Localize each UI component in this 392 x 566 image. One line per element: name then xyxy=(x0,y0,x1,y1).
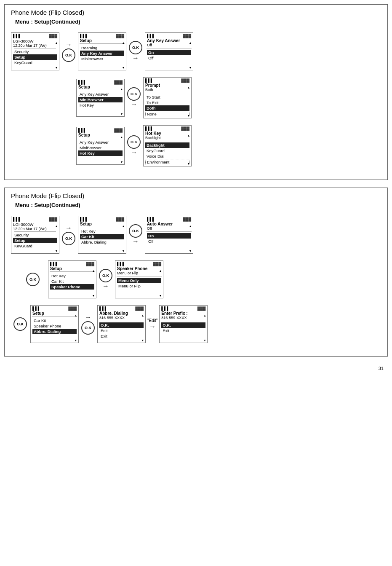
phone-result-s2r2: ▌▌▌ ▓▓▓ Speaker Phone Menu or Flip Menu … xyxy=(115,260,163,298)
menu-off-s2r1: Off xyxy=(147,239,191,244)
menu-both: Both xyxy=(145,105,189,111)
signal-icon: ▌▌▌ xyxy=(78,80,86,84)
phone-title-hotkey: Hot Key xyxy=(144,131,191,136)
phone-sub-speakerphone: Menu or Flip xyxy=(115,271,163,276)
battery-icon: ▓▓▓ xyxy=(49,217,57,221)
ok-button-s1r1[interactable]: O.K xyxy=(62,48,75,62)
scroll-down-icon: ▼ xyxy=(75,339,77,342)
arrow-icon2: → xyxy=(132,238,139,245)
phone-result-s1r2: ▌▌▌ ▓▓▓ Prompt Both To Start To Exit Bot… xyxy=(143,77,192,118)
scroll-up-icon: ▲ xyxy=(120,88,123,91)
arrow-icon-r3: → xyxy=(131,149,137,156)
phone-sub-akr: Off xyxy=(145,43,193,48)
scroll-down-icon: ▼ xyxy=(141,339,144,342)
ok-button2-s1r1[interactable]: O.K xyxy=(129,41,142,54)
battery-icon: ▓▓▓ xyxy=(135,306,144,311)
battery-icon: ▓▓▓ xyxy=(114,128,123,132)
battery-icon: ▓▓▓ xyxy=(49,34,57,38)
ok2-s2r3: → O.K xyxy=(81,314,95,335)
menu-hotkey-s2r2: Hot Key xyxy=(50,273,94,279)
arrow-icon-r3a: → xyxy=(85,314,91,321)
phone-title-setup1: Setup xyxy=(78,38,126,43)
phone-initial-s1: ▌▌▌ ▓▓▓ LGI-3000W 12:20p Mar 17 (We) Sec… xyxy=(11,32,59,70)
scroll-down-icon: ▼ xyxy=(187,162,190,165)
scroll-up-icon: ▲ xyxy=(55,225,58,228)
scroll-up-icon: ▲ xyxy=(159,269,162,272)
signal-icon: ▌▌▌ xyxy=(78,128,86,132)
section2: Phone Mode (Flip Closed) Menu : Setup(Co… xyxy=(4,188,388,357)
menu-exit-abbre: Exit xyxy=(99,333,144,339)
scroll-down-icon: ▼ xyxy=(120,161,123,164)
phone-setup-s2r2: ▌▌▌ ▓▓▓ Setup Hot Key Car Kit Speaker Ph… xyxy=(48,260,96,298)
section1-row3: ▌▌▌ ▓▓▓ Setup Any Key Answer MiniBrowser… xyxy=(76,125,381,166)
menu-carkit-s2r2: Car Kit xyxy=(50,279,94,284)
scroll-up-icon: ▲ xyxy=(120,136,123,139)
menu-ok-enter: O.K. xyxy=(161,322,205,328)
ok-button2-s2r3[interactable]: O.K xyxy=(81,321,95,335)
scroll-down-icon: ▼ xyxy=(159,294,162,297)
arrow-icon-edit: → xyxy=(149,323,156,330)
menu-keyguard2: KeyGuard xyxy=(145,148,189,153)
ok1-s1r1: → O.K xyxy=(62,41,75,62)
section2-row1: ▌▌▌ ▓▓▓ LGI-3000W 12:20p Mar 17 (We) Sec… xyxy=(11,216,381,254)
signal-icon: ▌▌▌ xyxy=(80,34,88,38)
scroll-down-icon: ▼ xyxy=(55,66,58,69)
battery-icon: ▓▓▓ xyxy=(181,126,189,131)
scroll-down-icon: ▼ xyxy=(120,113,123,115)
section1-title: Phone Mode (Flip Closed) xyxy=(11,9,381,16)
ok-button-s1r3[interactable]: O.K xyxy=(127,135,141,149)
scroll-down-icon: ▼ xyxy=(55,249,58,252)
arrow-icon-r2: → xyxy=(131,101,137,108)
battery-icon: ▓▓▓ xyxy=(86,262,94,266)
phone-sub-prompt: Both xyxy=(144,88,191,92)
battery-icon: ▓▓▓ xyxy=(153,262,161,266)
ok-s1r2: O.K → xyxy=(127,87,141,108)
scroll-up-icon: ▲ xyxy=(187,86,190,89)
battery-icon: ▓▓▓ xyxy=(116,217,124,221)
section1-row1: ▌▌▌ ▓▓▓ LGI-3000W 12:20p Mar 17 (We) Sec… xyxy=(11,32,381,70)
ok-button2-s2r2[interactable]: O.K xyxy=(99,269,112,282)
menu-abbre-s2: Abbre. Dialing xyxy=(80,239,124,245)
ok-standalone-s2r2: O.K xyxy=(26,273,40,286)
menu-anykeyans2: Any Key Answer xyxy=(78,91,123,97)
signal-icon: ▌▌▌ xyxy=(147,34,155,38)
menu-minibrowser1: MiniBrowser xyxy=(80,56,124,62)
phone-title-autoanswer: Auto Answer xyxy=(145,221,193,226)
ok-button-standalone-s2r2[interactable]: O.K xyxy=(26,273,40,286)
menu-menuonly: Menu Only xyxy=(117,278,161,283)
ok-button-s2r1[interactable]: O.K xyxy=(62,232,75,245)
menu-speakerphone-s2r2: Speaker Phone xyxy=(50,284,94,290)
phone-line1-s2: LGI-3000W xyxy=(13,222,57,227)
ok-button-s1r2[interactable]: O.K xyxy=(127,87,141,101)
menu-keyguard: KeyGuard xyxy=(13,60,57,65)
phone-setup-s1r2: ▌▌▌ ▓▓▓ Setup Any Key Answer MiniBrowser… xyxy=(76,79,125,117)
phone-line2: 12:20p Mar 17 (We) xyxy=(13,43,57,48)
scroll-down-icon: ▼ xyxy=(92,294,95,297)
menu-voicedial: Voice Dial xyxy=(145,153,189,159)
arrow-icon-r2: → xyxy=(102,282,109,290)
ok-button-far-left-s2r3[interactable]: O.K xyxy=(13,317,27,331)
phone-title-s2r2: Setup xyxy=(48,266,96,271)
scroll-up-icon: ▲ xyxy=(122,41,125,44)
menu-carkit-s2: Car Kit xyxy=(80,234,124,239)
signal-icon: ▌▌▌ xyxy=(147,217,155,221)
ok-button2-s2r1[interactable]: O.K xyxy=(129,224,142,238)
menu-off: Off xyxy=(147,55,191,61)
section1: Phone Mode (Flip Closed) Menu : Setup(Co… xyxy=(4,4,388,180)
battery-icon: ▓▓▓ xyxy=(183,217,191,221)
menu-security-s2: Security xyxy=(13,232,57,238)
menu-edit-abbre: Edit xyxy=(99,328,144,333)
ok2-s2r2: O.K → xyxy=(99,269,112,290)
phone-initial-s2: ▌▌▌ ▓▓▓ LGI-3000W 12:20p Mar 17 (We) Sec… xyxy=(11,216,59,254)
phone-title-prompt: Prompt xyxy=(144,83,191,88)
phone-sub-hotkey: Backlight xyxy=(144,136,191,140)
scroll-up-icon: ▲ xyxy=(189,41,192,44)
phone-title-abbre: Abbre. Dialing xyxy=(98,311,145,316)
battery-icon: ▓▓▓ xyxy=(68,306,77,311)
battery-icon: ▓▓▓ xyxy=(114,80,123,84)
signal-icon: ▌▌▌ xyxy=(32,306,40,311)
section1-subtitle: Menu : Setup(Continued) xyxy=(15,19,381,25)
scroll-down-icon: ▼ xyxy=(203,339,206,342)
phone-setup-s1r3: ▌▌▌ ▓▓▓ Setup Any Key Answer MiniBrowser… xyxy=(76,127,125,165)
page: Phone Mode (Flip Closed) Menu : Setup(Co… xyxy=(0,0,392,375)
